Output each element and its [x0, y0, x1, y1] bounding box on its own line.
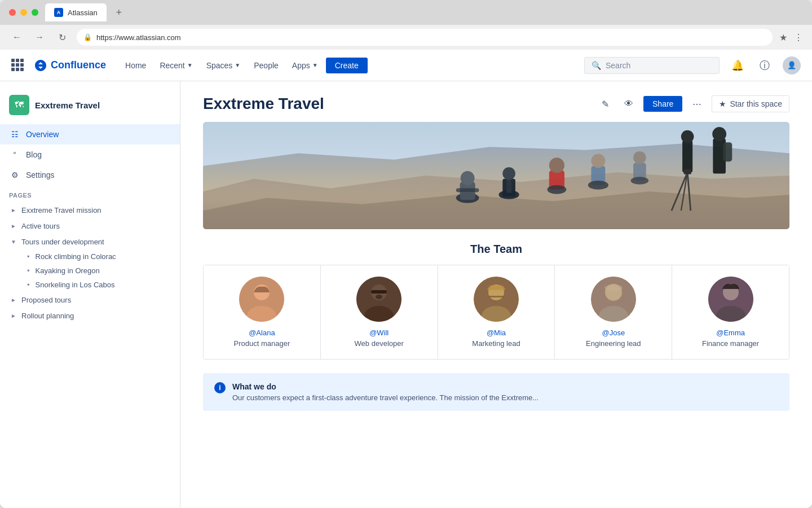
- forward-button[interactable]: →: [32, 29, 47, 45]
- member-avatar-mia: [474, 277, 519, 322]
- create-button[interactable]: Create: [326, 58, 368, 73]
- edit-button[interactable]: ✎: [596, 95, 614, 113]
- nav-people[interactable]: People: [248, 58, 284, 73]
- svg-point-13: [549, 157, 564, 173]
- info-content: What we do Our customers expect a first-…: [232, 382, 539, 402]
- bookmark-button[interactable]: ★: [779, 32, 787, 43]
- hero-image: [203, 122, 789, 229]
- member-role-alana: Product manager: [234, 339, 290, 348]
- team-member-jose: @Jose Engineering lead: [555, 265, 672, 359]
- overview-icon: ☷: [9, 129, 20, 140]
- space-name: Exxtreme Travel: [35, 100, 100, 110]
- expand-icon: ►: [9, 205, 18, 214]
- settings-icon: ⚙: [9, 169, 20, 181]
- close-button[interactable]: [9, 9, 16, 16]
- nav-apps[interactable]: Apps ▼: [286, 58, 324, 73]
- nav-home[interactable]: Home: [120, 58, 152, 73]
- app-content: Confluence Home Recent ▼ Spaces ▼ People…: [0, 50, 812, 508]
- member-role-will: Web developer: [355, 339, 404, 348]
- header-actions: ✎ 👁 Share ⋯ ★ Star this space: [596, 95, 789, 113]
- star-space-button[interactable]: ★ Star this space: [712, 95, 789, 112]
- share-button[interactable]: Share: [643, 96, 682, 112]
- expand-icon: ▼: [9, 237, 18, 246]
- sidebar-settings[interactable]: ⚙ Settings: [0, 165, 180, 185]
- bullet-icon: •: [27, 281, 30, 289]
- more-actions-button[interactable]: ⋯: [688, 95, 706, 113]
- notifications-button[interactable]: 🔔: [729, 56, 747, 75]
- svg-point-28: [712, 127, 726, 141]
- sidebar-subpage-snorkeling[interactable]: • Snorkeling in Los Cabos: [0, 278, 180, 292]
- address-bar[interactable]: 🔒 https://www.atlassian.com: [77, 29, 773, 46]
- svg-point-20: [631, 177, 649, 185]
- svg-point-37: [376, 295, 382, 299]
- bullet-icon: •: [27, 252, 30, 261]
- member-handle-will: @Will: [369, 329, 389, 337]
- star-icon: ★: [719, 99, 726, 108]
- svg-rect-7: [456, 189, 479, 192]
- info-text: Our customers expect a first-class adven…: [232, 393, 539, 402]
- member-avatar-jose: [591, 277, 636, 322]
- member-handle-mia: @Mia: [487, 329, 506, 337]
- member-avatar-emma: [708, 277, 753, 322]
- svg-point-16: [591, 154, 605, 168]
- minimize-button[interactable]: [20, 9, 27, 16]
- sidebar-page-active-tours[interactable]: ► Active tours: [0, 218, 180, 234]
- sidebar-page-proposed-tours[interactable]: ► Proposed tours: [0, 292, 180, 308]
- sidebar-subpage-rock-climbing[interactable]: • Rock climbing in Colorac: [0, 249, 180, 264]
- main-layout: 🗺 Exxtreme Travel ☷ Overview “ Blog ⚙ Se…: [0, 81, 812, 508]
- nav-spaces[interactable]: Spaces ▼: [201, 58, 246, 73]
- sidebar-settings-label: Settings: [26, 170, 55, 179]
- member-role-mia: Marketing lead: [472, 339, 520, 348]
- expand-icon: ►: [9, 295, 18, 304]
- search-icon: 🔍: [592, 61, 601, 70]
- profile-avatar[interactable]: 👤: [783, 56, 801, 75]
- search-bar[interactable]: 🔍 Search: [584, 57, 720, 74]
- browser-menu-button[interactable]: ⋮: [794, 32, 803, 43]
- blog-icon: “: [9, 149, 20, 160]
- new-tab-button[interactable]: +: [111, 5, 127, 20]
- star-label: Star this space: [730, 99, 782, 108]
- pages-label: PAGES: [0, 185, 180, 202]
- member-avatar-alana: [239, 277, 284, 322]
- member-role-jose: Engineering lead: [586, 339, 641, 348]
- team-section: The Team @Alana: [180, 229, 812, 373]
- svg-point-45: [604, 284, 623, 291]
- confluence-logo[interactable]: Confluence: [34, 59, 106, 72]
- info-box: i What we do Our customers expect a firs…: [203, 373, 789, 411]
- watch-button[interactable]: 👁: [620, 95, 638, 113]
- app-switcher-button[interactable]: [11, 59, 25, 72]
- info-title: What we do: [232, 382, 539, 391]
- browser-window: A Atlassian + ← → ↻ 🔒 https://www.atlass…: [0, 0, 812, 508]
- top-nav: Confluence Home Recent ▼ Spaces ▼ People…: [0, 50, 812, 81]
- svg-point-6: [461, 171, 475, 185]
- sidebar-page-travel-mission[interactable]: ► Exxtreme Travel mission: [0, 202, 180, 218]
- nav-recent[interactable]: Recent ▼: [154, 58, 198, 73]
- back-button[interactable]: ←: [9, 29, 25, 45]
- tab-title: Atlassian: [68, 8, 98, 17]
- svg-rect-41: [488, 296, 504, 297]
- sidebar-overview[interactable]: ☷ Overview: [0, 124, 180, 144]
- sidebar-subpage-kayaking[interactable]: • Kayaking in Oregon: [0, 264, 180, 278]
- member-handle-emma: @Emma: [716, 329, 745, 337]
- member-avatar-will: [356, 277, 401, 322]
- expand-icon: ►: [9, 311, 18, 320]
- page-header: Exxtreme Travel ✎ 👁 Share ⋯ ★ Star this …: [180, 81, 812, 122]
- svg-rect-36: [371, 290, 387, 294]
- expand-icon: ►: [9, 221, 18, 230]
- sidebar-page-rollout-planning[interactable]: ► Rollout planning: [0, 308, 180, 323]
- space-header: 🗺 Exxtreme Travel: [0, 90, 180, 124]
- url-text: https://www.atlassian.com: [96, 33, 181, 42]
- maximize-button[interactable]: [32, 9, 38, 16]
- sidebar-blog[interactable]: “ Blog: [0, 144, 180, 165]
- team-member-will: @Will Web developer: [321, 265, 438, 359]
- team-grid: @Alana Product manager: [203, 265, 789, 360]
- svg-rect-11: [506, 180, 511, 193]
- svg-point-14: [547, 185, 566, 194]
- traffic-lights: [9, 9, 38, 16]
- team-member-mia: @Mia Marketing lead: [438, 265, 555, 359]
- reload-button[interactable]: ↻: [54, 29, 70, 45]
- help-button[interactable]: ⓘ: [756, 56, 774, 75]
- browser-titlebar: A Atlassian +: [0, 0, 812, 25]
- sidebar-page-tours-development[interactable]: ▼ Tours under development: [0, 234, 180, 249]
- active-tab[interactable]: A Atlassian: [45, 3, 107, 21]
